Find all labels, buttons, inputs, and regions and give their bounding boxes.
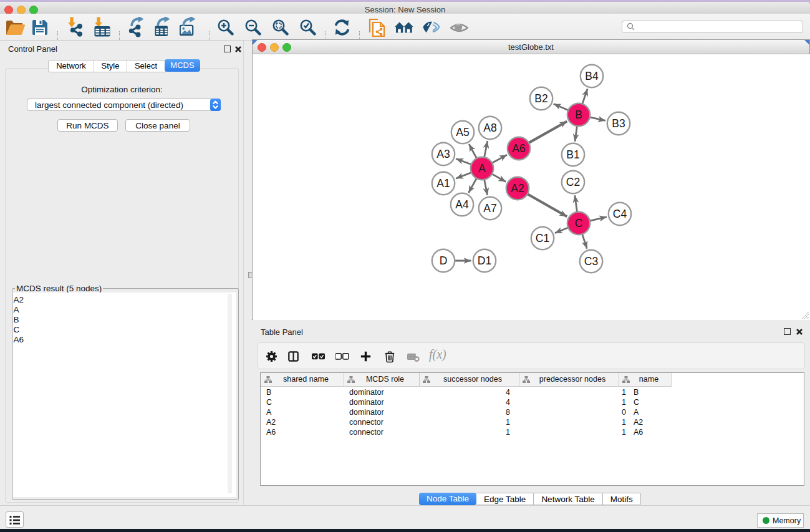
svg-text:B3: B3 — [612, 117, 625, 130]
svg-text:C2: C2 — [566, 176, 580, 188]
svg-text:A6: A6 — [512, 142, 525, 155]
svg-text:A8: A8 — [483, 122, 496, 134]
svg-text:C4: C4 — [613, 208, 627, 220]
svg-text:A7: A7 — [483, 202, 496, 215]
svg-text:A4: A4 — [455, 198, 469, 211]
svg-text:B1: B1 — [566, 148, 579, 161]
svg-text:D1: D1 — [478, 254, 491, 267]
svg-text:B4: B4 — [585, 70, 599, 82]
svg-text:A: A — [478, 162, 486, 175]
svg-text:C1: C1 — [536, 232, 549, 244]
svg-text:A5: A5 — [456, 126, 469, 138]
svg-text:C: C — [575, 217, 583, 230]
svg-text:A3: A3 — [436, 148, 450, 160]
svg-text:B: B — [575, 109, 582, 121]
svg-text:A1: A1 — [436, 177, 450, 190]
svg-text:D: D — [440, 254, 448, 267]
svg-text:B2: B2 — [534, 92, 547, 105]
svg-text:A2: A2 — [511, 182, 524, 195]
svg-text:C3: C3 — [584, 255, 598, 268]
